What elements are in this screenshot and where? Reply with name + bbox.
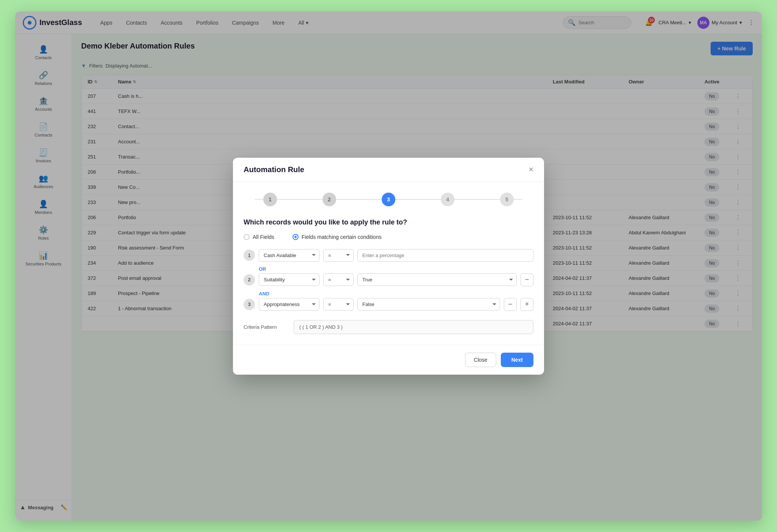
- condition-row-1: 1 Cash Available =: [244, 249, 533, 262]
- condition-3-remove-button[interactable]: −: [504, 298, 517, 311]
- step-3[interactable]: 3: [382, 193, 395, 206]
- conditions-container: 1 Cash Available = OR 2: [244, 249, 533, 334]
- modal-overlay: Automation Rule × 1 2 3: [15, 11, 762, 521]
- matching-conditions-label: Fields matching certain conditions: [302, 234, 382, 240]
- condition-row-2: 2 Suitability = True False −: [244, 273, 533, 286]
- modal-title: Automation Rule: [244, 165, 304, 174]
- condition-number-1: 1: [244, 250, 255, 261]
- step-1[interactable]: 1: [263, 193, 277, 206]
- radio-btn-all-fields[interactable]: [244, 234, 250, 240]
- close-button[interactable]: Close: [465, 353, 496, 367]
- modal-close-button[interactable]: ×: [528, 165, 533, 174]
- radio-all-fields[interactable]: All Fields: [244, 234, 274, 240]
- step-2[interactable]: 2: [322, 193, 336, 206]
- condition-2-field-select[interactable]: Suitability: [259, 273, 319, 286]
- condition-number-2: 2: [244, 274, 255, 286]
- modal-footer: Close Next: [233, 345, 544, 375]
- step-5[interactable]: 5: [500, 193, 514, 206]
- condition-number-3: 3: [244, 299, 255, 310]
- step-items: 1 2 3 4 5: [263, 193, 514, 206]
- condition-1-field-select[interactable]: Cash Available: [259, 249, 319, 262]
- connector-and: AND: [259, 291, 533, 297]
- condition-3-value-select[interactable]: False True: [357, 298, 500, 311]
- condition-1-value-input[interactable]: [357, 249, 533, 262]
- condition-3-operator-select[interactable]: =: [323, 298, 354, 311]
- radio-btn-matching[interactable]: [293, 234, 299, 240]
- condition-3-add-button[interactable]: +: [521, 298, 533, 311]
- condition-1-operator-select[interactable]: =: [323, 249, 354, 262]
- condition-2-value-select[interactable]: True False: [357, 273, 517, 286]
- step-4[interactable]: 4: [441, 193, 455, 206]
- criteria-pattern-input[interactable]: [294, 320, 533, 334]
- step-indicator: 1 2 3 4 5: [244, 193, 533, 206]
- modal-question: Which records would you like to apply th…: [244, 218, 533, 226]
- connector-or: OR: [259, 266, 533, 272]
- criteria-pattern-row: Criteria Pattern: [244, 320, 533, 334]
- app-window: InvestGlass Apps Contacts Accounts Portf…: [15, 11, 762, 521]
- modal-body: 1 2 3 4 5: [233, 182, 544, 345]
- modal-header: Automation Rule ×: [233, 158, 544, 182]
- next-button[interactable]: Next: [501, 353, 533, 367]
- condition-2-operator-select[interactable]: =: [323, 273, 354, 286]
- all-fields-label: All Fields: [253, 234, 274, 240]
- radio-options: All Fields Fields matching certain condi…: [244, 234, 533, 240]
- condition-2-remove-button[interactable]: −: [521, 273, 533, 286]
- criteria-pattern-label: Criteria Pattern: [244, 324, 289, 330]
- condition-3-field-select[interactable]: Appropriateness: [259, 298, 319, 311]
- condition-row-3: 3 Appropriateness = False True − +: [244, 298, 533, 311]
- automation-rule-modal: Automation Rule × 1 2 3: [233, 158, 544, 375]
- radio-matching-conditions[interactable]: Fields matching certain conditions: [293, 234, 382, 240]
